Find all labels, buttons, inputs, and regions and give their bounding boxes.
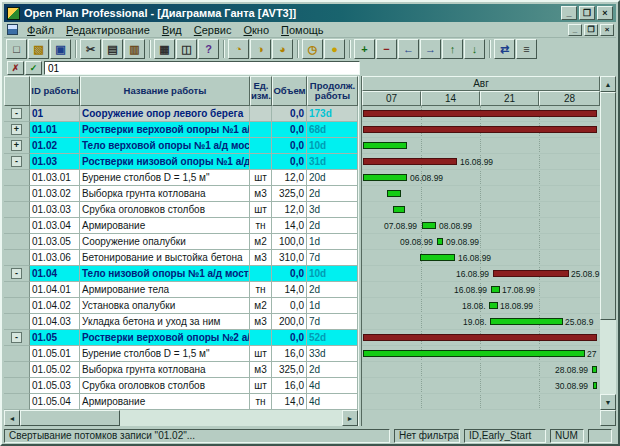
outdent-button[interactable]: ← [398, 39, 419, 59]
cell-name[interactable]: Армирование тела [80, 282, 250, 298]
summary-bar[interactable] [363, 334, 597, 341]
views-button[interactable]: ≡ [516, 39, 537, 59]
save-button[interactable]: ▣ [50, 39, 71, 59]
activity-bar[interactable] [422, 222, 436, 229]
cell-name[interactable]: Бурение столбов D = 1,5 м" [80, 346, 250, 362]
cell-volume[interactable]: 200,0 [272, 314, 307, 330]
delete-activity-button[interactable]: − [376, 39, 397, 59]
column-header-volume[interactable]: Объем [272, 76, 307, 106]
row-selector[interactable]: + [4, 122, 30, 138]
scroll-right-icon[interactable]: ► [342, 410, 358, 426]
confirm-edit-button[interactable]: ✓ [25, 61, 42, 75]
cell-unit[interactable]: тн [250, 394, 272, 410]
cell-duration[interactable]: 20d [307, 170, 358, 186]
cell-id[interactable]: 01.05.01 [30, 346, 80, 362]
cell-duration[interactable]: 33d [307, 346, 358, 362]
table-horizontal-scrollbar[interactable]: ◄ ► [4, 410, 358, 426]
cell-volume[interactable]: 12,0 [272, 202, 307, 218]
cell-volume[interactable]: 0,0 [272, 330, 307, 346]
cell-unit[interactable]: тн [250, 218, 272, 234]
print-button[interactable]: ▦ [154, 39, 175, 59]
open-button[interactable]: ▧ [28, 39, 49, 59]
scroll-left-icon[interactable]: ◄ [4, 410, 20, 426]
menu-item-4[interactable]: Окно [237, 23, 275, 37]
cell-id[interactable]: 01.05.03 [30, 378, 80, 394]
menu-item-3[interactable]: Сервис [188, 23, 238, 37]
menu-item-2[interactable]: Вид [156, 23, 188, 37]
restore-button[interactable]: ❐ [579, 6, 595, 20]
cell-unit[interactable]: м2 [250, 298, 272, 314]
cell-unit[interactable] [250, 266, 272, 282]
menu-item-1[interactable]: Редактирование [60, 23, 156, 37]
cell-duration[interactable]: 2d [307, 282, 358, 298]
cell-volume[interactable]: 310,0 [272, 250, 307, 266]
cell-name[interactable]: Тело низовой опоры №1 а/д моста [80, 266, 250, 282]
cell-duration[interactable]: 173d [307, 106, 358, 122]
cell-volume[interactable]: 0,0 [272, 122, 307, 138]
cell-id[interactable]: 01.02 [30, 138, 80, 154]
scroll-up-icon[interactable]: ▲ [600, 76, 616, 92]
cell-duration[interactable]: 10d [307, 138, 358, 154]
cell-id[interactable]: 01.05.04 [30, 394, 80, 410]
cell-id[interactable]: 01.01 [30, 122, 80, 138]
cell-name[interactable]: Ростверки низовой опоры №1 а/д м [80, 154, 250, 170]
expander-minus-button[interactable]: - [11, 156, 22, 167]
new-button[interactable]: □ [6, 39, 27, 59]
row-selector[interactable] [4, 362, 30, 378]
row-selector[interactable] [4, 234, 30, 250]
cell-name[interactable]: Укладка бетона и уход за ним [80, 314, 250, 330]
cell-name[interactable]: Срубка оголовков столбов [80, 378, 250, 394]
cell-volume[interactable]: 0,0 [272, 298, 307, 314]
cell-volume[interactable]: 14,0 [272, 218, 307, 234]
cell-unit[interactable]: шт [250, 170, 272, 186]
column-header-id[interactable]: ID работы [30, 76, 80, 106]
move-up-button[interactable]: ↑ [442, 39, 463, 59]
cell-id[interactable]: 01 [30, 106, 80, 122]
cell-unit[interactable]: м3 [250, 186, 272, 202]
scrollbar-track[interactable] [600, 320, 616, 394]
week-header-07[interactable]: 07 [362, 91, 421, 106]
cell-name[interactable]: Сооружение опалубки [80, 234, 250, 250]
time-analysis-button[interactable]: ◔ [228, 39, 249, 59]
expander-minus-button[interactable]: - [11, 332, 22, 343]
resource-analysis-button[interactable]: ◑ [250, 39, 271, 59]
expander-minus-button[interactable]: - [11, 268, 22, 279]
expander-plus-button[interactable]: + [11, 140, 22, 151]
row-selector[interactable]: - [4, 106, 30, 122]
print-preview-button[interactable]: ◫ [176, 39, 197, 59]
cancel-edit-button[interactable]: ✗ [7, 61, 24, 75]
column-header-unit[interactable]: Ед. изм. [250, 76, 272, 106]
cell-unit[interactable]: м3 [250, 250, 272, 266]
column-header-duration[interactable]: Продолж. работы [307, 76, 358, 106]
row-selector[interactable]: + [4, 138, 30, 154]
close-button[interactable]: × [597, 6, 613, 20]
month-header[interactable]: Авг [362, 76, 600, 91]
help-button[interactable]: ? [198, 39, 219, 59]
cell-unit[interactable]: шт [250, 346, 272, 362]
mdi-close-button[interactable]: × [600, 24, 614, 36]
summary-bar[interactable] [363, 110, 597, 117]
copy-button[interactable]: ▤ [102, 39, 123, 59]
cell-volume[interactable]: 14,0 [272, 394, 307, 410]
activity-bar[interactable] [363, 350, 585, 357]
activity-bar[interactable] [593, 382, 597, 389]
cell-volume[interactable]: 325,0 [272, 362, 307, 378]
cell-id[interactable]: 01.03.05 [30, 234, 80, 250]
add-activity-button[interactable]: + [354, 39, 375, 59]
cell-volume[interactable]: 16,0 [272, 346, 307, 362]
cell-volume[interactable]: 325,0 [272, 186, 307, 202]
row-selector[interactable] [4, 314, 30, 330]
row-selector[interactable]: - [4, 266, 30, 282]
cell-unit[interactable] [250, 138, 272, 154]
cell-unit[interactable]: м3 [250, 314, 272, 330]
activity-bar[interactable] [489, 302, 498, 309]
summary-bar[interactable] [363, 158, 457, 165]
scrollbar-thumb[interactable] [20, 410, 120, 426]
cell-name[interactable]: Армирование [80, 394, 250, 410]
indent-button[interactable]: → [420, 39, 441, 59]
cell-unit[interactable]: м2 [250, 234, 272, 250]
cut-button[interactable]: ✂ [80, 39, 101, 59]
cell-name[interactable]: Бетонирование и выстойка бетона [80, 250, 250, 266]
paste-button[interactable]: ▥ [124, 39, 145, 59]
row-selector[interactable] [4, 202, 30, 218]
